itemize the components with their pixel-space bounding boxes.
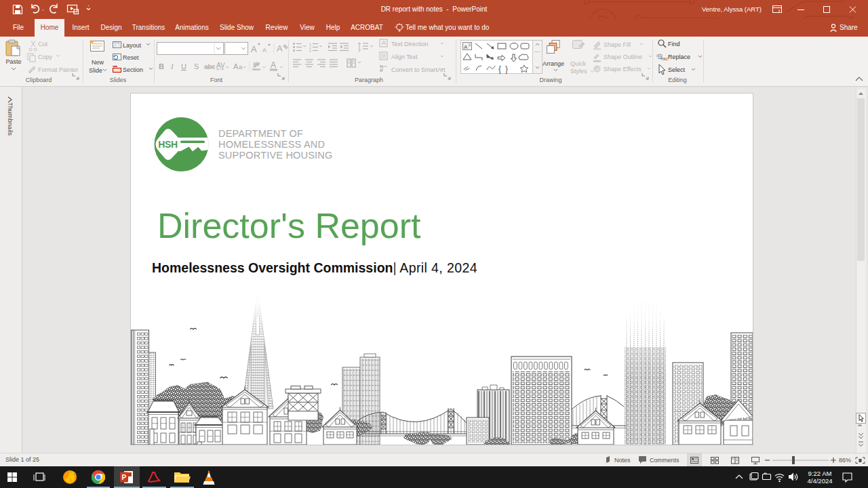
svg-text:A: A	[277, 43, 283, 54]
svg-text:A: A	[271, 60, 276, 70]
svg-text:Shape Effects: Shape Effects	[604, 66, 642, 73]
svg-text:Convert to SmartArt: Convert to SmartArt	[391, 66, 446, 73]
svg-text:Copy: Copy	[38, 54, 53, 60]
svg-text:A: A	[233, 62, 239, 70]
svg-text:86%: 86%	[839, 457, 851, 464]
svg-text:Shape Fill: Shape Fill	[604, 41, 631, 48]
svg-text:a: a	[239, 64, 242, 70]
svg-text:A: A	[262, 47, 267, 54]
svg-text:Comments: Comments	[650, 457, 679, 464]
svg-text:Notes: Notes	[614, 457, 631, 464]
svg-text:B: B	[159, 62, 164, 70]
svg-text:Cut: Cut	[38, 41, 48, 47]
svg-text:Shape Outline: Shape Outline	[604, 54, 642, 60]
svg-text:9:22 AM: 9:22 AM	[808, 470, 832, 477]
svg-text:Reset: Reset	[123, 54, 139, 61]
svg-text:HSH: HSH	[158, 139, 178, 150]
svg-text:3: 3	[309, 49, 311, 53]
svg-text:Replace: Replace	[668, 54, 690, 60]
svg-text:Slide: Slide	[89, 67, 102, 74]
svg-text:Text Direction: Text Direction	[391, 41, 429, 47]
svg-text:Paste: Paste	[5, 58, 21, 65]
svg-text:A: A	[251, 44, 257, 54]
svg-text:Quick: Quick	[570, 60, 587, 67]
svg-text:Find: Find	[668, 41, 680, 47]
svg-text:Layout: Layout	[123, 42, 142, 49]
svg-text:}: }	[505, 64, 508, 74]
svg-text:A: A	[464, 44, 468, 50]
svg-text:4/4/2024: 4/4/2024	[808, 477, 833, 485]
svg-text:Align Text: Align Text	[391, 54, 418, 60]
svg-text:I: I	[170, 62, 174, 70]
svg-text:Arrange: Arrange	[542, 60, 564, 67]
svg-text:Section: Section	[123, 66, 143, 73]
svg-text:abc: abc	[204, 63, 215, 70]
svg-text:U: U	[181, 62, 186, 70]
svg-text:New: New	[92, 59, 104, 66]
svg-text:S: S	[194, 62, 199, 70]
svg-text:{: {	[498, 64, 501, 74]
svg-text:Styles: Styles	[570, 68, 587, 75]
svg-text:Select: Select	[668, 66, 686, 73]
svg-text:P: P	[122, 474, 127, 481]
svg-text:Format Painter: Format Painter	[38, 66, 79, 73]
